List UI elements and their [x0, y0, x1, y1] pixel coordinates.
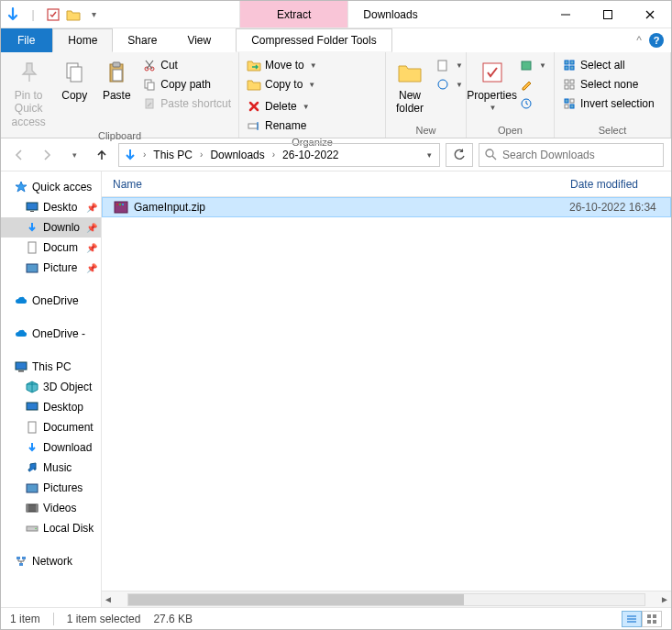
nav-pc-localdisk[interactable]: Local Disk: [1, 518, 101, 538]
nav-pc-documents[interactable]: Document: [1, 417, 101, 437]
nav-qa-documents[interactable]: Docum📌: [1, 238, 101, 258]
forward-button[interactable]: [36, 144, 58, 166]
nav-pc-downloads[interactable]: Download: [1, 437, 101, 458]
pin-icon: 📌: [86, 203, 97, 213]
nav-pc-music[interactable]: Music: [1, 458, 101, 478]
properties-button[interactable]: Properties ▼: [470, 54, 513, 113]
paste-shortcut-button[interactable]: Paste shortcut: [138, 94, 235, 113]
breadcrumb-date[interactable]: 26-10-2022: [281, 149, 340, 161]
navigation-pane[interactable]: Quick acces Deskto📌 Downlo📌 Docum📌 Pictu…: [1, 171, 102, 607]
new-item-button[interactable]: ▼: [432, 56, 467, 74]
paste-button[interactable]: Paste: [96, 54, 137, 102]
copy-to-button[interactable]: Copy to▼: [243, 75, 321, 94]
tab-home[interactable]: Home: [52, 28, 113, 52]
scroll-right-icon[interactable]: ►: [658, 594, 671, 604]
column-date-modified[interactable]: Date modified: [570, 178, 671, 191]
network-icon: [14, 554, 28, 569]
svg-rect-18: [522, 61, 531, 70]
move-to-button[interactable]: Move to▼: [243, 56, 321, 74]
tab-view[interactable]: View: [172, 28, 226, 52]
scroll-thumb[interactable]: [128, 594, 464, 605]
select-all-button[interactable]: Select all: [558, 56, 658, 74]
back-button[interactable]: [8, 144, 30, 166]
horizontal-scrollbar[interactable]: ◄ ►: [102, 591, 671, 607]
svg-rect-21: [570, 61, 574, 64]
refresh-button[interactable]: [446, 143, 473, 167]
rename-button[interactable]: Rename: [243, 116, 314, 135]
open-group-label: Open: [470, 123, 550, 138]
svg-rect-7: [113, 70, 122, 81]
new-item-icon: [435, 58, 450, 72]
properties-qat-icon[interactable]: [45, 6, 61, 23]
nav-pc-pictures[interactable]: Pictures: [1, 478, 101, 498]
open-button[interactable]: ▼: [515, 56, 550, 74]
svg-rect-57: [653, 614, 656, 618]
breadcrumb-this-pc[interactable]: This PC: [151, 149, 194, 161]
maximize-button[interactable]: [587, 1, 629, 28]
help-icon[interactable]: ?: [649, 33, 664, 48]
address-dropdown-icon[interactable]: ▾: [427, 150, 432, 160]
nav-pc-desktop[interactable]: Desktop: [1, 397, 101, 417]
nav-quick-access[interactable]: Quick acces: [1, 177, 101, 197]
address-bar[interactable]: › This PC › Downloads › 26-10-2022 ▾: [118, 143, 440, 167]
folder-move-icon: [247, 58, 261, 72]
copy-path-button[interactable]: Copy path: [138, 75, 235, 94]
pin-quick-access-button[interactable]: Pin to Quick access: [5, 54, 52, 128]
history-button[interactable]: [515, 94, 550, 113]
column-headers[interactable]: Name Date modified: [102, 171, 671, 197]
svg-rect-15: [438, 61, 446, 71]
breadcrumb-downloads[interactable]: Downloads: [208, 149, 266, 161]
music-icon: [25, 460, 39, 475]
search-input[interactable]: [502, 149, 657, 161]
collapse-ribbon-icon[interactable]: ^: [636, 34, 642, 47]
close-button[interactable]: [629, 1, 671, 28]
nav-network[interactable]: Network: [1, 551, 101, 571]
details-view-button[interactable]: [622, 611, 642, 627]
thumbnails-view-button[interactable]: [642, 611, 662, 627]
edit-button[interactable]: [515, 75, 550, 94]
tab-share[interactable]: Share: [113, 28, 172, 52]
tab-file[interactable]: File: [1, 28, 52, 52]
recent-locations-button[interactable]: ▾: [63, 144, 85, 166]
nav-qa-downloads[interactable]: Downlo📌: [1, 217, 101, 238]
copy-icon: [60, 58, 89, 87]
search-box[interactable]: [479, 143, 664, 167]
new-folder-button[interactable]: New folder: [390, 54, 430, 116]
svg-rect-24: [565, 80, 568, 83]
video-icon: [25, 501, 39, 515]
column-name[interactable]: Name: [113, 178, 570, 191]
new-folder-icon: [395, 58, 424, 87]
select-none-button[interactable]: Select none: [558, 75, 658, 94]
nav-onedrive-1[interactable]: OneDrive: [1, 291, 101, 311]
scroll-left-icon[interactable]: ◄: [102, 594, 115, 604]
qat-customize-icon[interactable]: ▾: [85, 6, 102, 23]
nav-this-pc[interactable]: This PC: [1, 357, 101, 377]
svg-rect-23: [570, 66, 574, 70]
nav-pc-3dobjects[interactable]: 3D Object: [1, 377, 101, 397]
copy-button[interactable]: Copy: [54, 54, 94, 102]
easy-access-button[interactable]: ▼: [432, 75, 467, 94]
nav-qa-pictures[interactable]: Picture📌: [1, 258, 101, 278]
tab-compressed-tools[interactable]: Compressed Folder Tools: [236, 28, 392, 52]
cut-button[interactable]: Cut: [138, 56, 235, 74]
svg-point-16: [438, 80, 447, 89]
up-button[interactable]: [91, 144, 113, 166]
svg-rect-14: [258, 122, 259, 130]
paste-icon: [102, 58, 131, 87]
download-icon: [25, 220, 39, 235]
app-icon: [5, 6, 21, 23]
delete-button[interactable]: Delete▼: [243, 97, 314, 116]
pin-icon: 📌: [86, 223, 97, 233]
picture-icon: [25, 481, 39, 495]
svg-rect-48: [19, 563, 23, 566]
file-row[interactable]: GameInput.zip 26-10-2022 16:34: [102, 197, 671, 217]
picture-icon: [25, 260, 39, 275]
new-folder-qat-icon[interactable]: [65, 6, 82, 23]
minimize-button[interactable]: [545, 1, 587, 28]
nav-qa-desktop[interactable]: Deskto📌: [1, 197, 101, 217]
status-item-count: 1 item: [10, 613, 40, 625]
file-list[interactable]: GameInput.zip 26-10-2022 16:34: [102, 197, 671, 591]
nav-onedrive-2[interactable]: OneDrive -: [1, 324, 101, 344]
nav-pc-videos[interactable]: Videos: [1, 498, 101, 518]
invert-selection-button[interactable]: Invert selection: [558, 94, 658, 113]
